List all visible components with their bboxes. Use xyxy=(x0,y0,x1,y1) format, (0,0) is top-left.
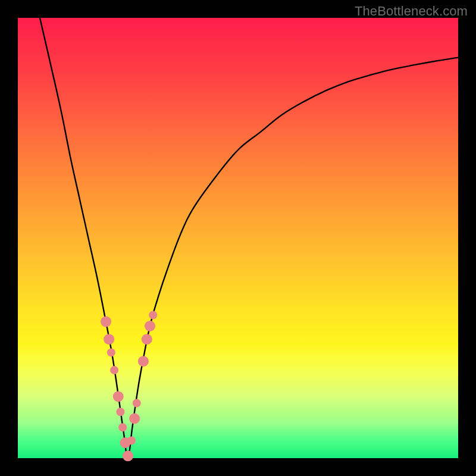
data-marker xyxy=(142,334,152,345)
data-marker xyxy=(101,317,111,327)
data-marker xyxy=(149,311,157,320)
data-marker xyxy=(110,366,118,374)
data-marker xyxy=(145,321,155,331)
data-marker xyxy=(133,399,141,408)
bottleneck-chart xyxy=(18,18,458,458)
data-marker xyxy=(113,391,124,402)
data-marker xyxy=(107,348,115,356)
watermark-label: TheBottleneck.com xyxy=(355,4,468,19)
data-marker xyxy=(118,423,127,431)
data-marker xyxy=(116,408,124,416)
data-marker xyxy=(104,334,114,345)
data-marker xyxy=(129,413,140,424)
bottleneck-curve-path xyxy=(40,18,458,458)
data-marker xyxy=(127,436,136,444)
data-marker xyxy=(138,356,149,367)
data-marker xyxy=(123,450,133,461)
